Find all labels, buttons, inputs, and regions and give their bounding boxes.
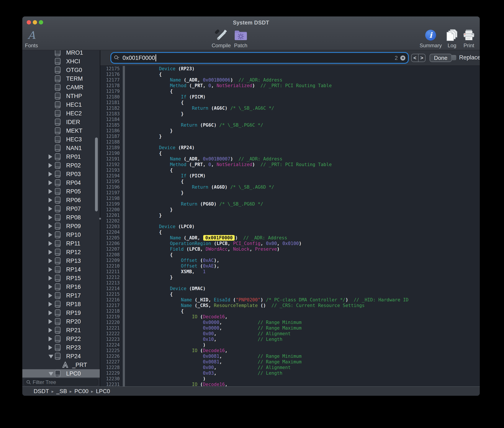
breadcrumb-item-lpc0[interactable]: LPC0 xyxy=(96,388,110,395)
tree-item-rp09[interactable]: RP09 xyxy=(22,222,100,230)
gutter-separator xyxy=(123,359,125,365)
disclosure-triangle-icon[interactable] xyxy=(49,206,52,211)
disclosure-triangle-icon[interactable] xyxy=(49,267,52,272)
tree-item-hec3[interactable]: HEC3 xyxy=(22,135,100,144)
device-icon xyxy=(55,119,60,125)
code-lines[interactable]: 12175 Device (RP23)12176 {12177 Name (_A… xyxy=(100,66,480,386)
code-line: 12207 Field (LPCB, DWordAcc, NoLock, Pre… xyxy=(100,246,480,252)
disclosure-triangle-icon[interactable] xyxy=(49,172,52,176)
disclosure-triangle-icon[interactable] xyxy=(49,180,52,185)
done-button[interactable]: Done xyxy=(430,54,452,62)
tree-item-rp15[interactable]: RP15 xyxy=(22,274,100,282)
breadcrumb-item-dsdt[interactable]: DSDT xyxy=(34,388,49,395)
patch-button[interactable]: Patch xyxy=(234,28,247,49)
gutter-separator xyxy=(123,128,125,133)
disclosure-triangle-icon[interactable] xyxy=(49,302,52,307)
tree-item-lpc0[interactable]: LPC0 xyxy=(22,369,100,378)
disclosure-triangle-icon[interactable] xyxy=(49,328,52,333)
disclosure-triangle-icon[interactable] xyxy=(49,215,52,220)
tree-item-xhci[interactable]: XHCI xyxy=(22,57,100,66)
device-icon xyxy=(55,344,60,351)
disclosure-triangle-icon[interactable] xyxy=(49,276,52,280)
disclosure-triangle-icon[interactable] xyxy=(49,311,52,315)
summary-button[interactable]: i Summary xyxy=(420,28,442,49)
tree-item-ider[interactable]: IDER xyxy=(22,118,100,126)
tree-item-rp24[interactable]: RP24 xyxy=(22,352,100,361)
tree-item-hec1[interactable]: HEC1 xyxy=(22,100,100,109)
tree-item-camr[interactable]: CAMR xyxy=(22,83,100,92)
tree-item-rp18[interactable]: RP18 xyxy=(22,300,100,309)
tree-item-rp13[interactable]: RP13 xyxy=(22,256,100,265)
tree-item-label: RP11 xyxy=(66,240,81,247)
disclosure-triangle-icon[interactable] xyxy=(49,154,52,159)
find-input[interactable]: 0x001F0000 2 xyxy=(111,53,408,63)
tree-item-otg0[interactable]: OTG0 xyxy=(22,66,100,74)
log-button[interactable]: Log xyxy=(446,28,458,49)
next-match-button[interactable]: > xyxy=(419,54,425,62)
tree-item-rp01[interactable]: RP01 xyxy=(22,152,100,161)
search-highlight: 0x001F0000 xyxy=(203,235,234,241)
tree-item-rp23[interactable]: RP23 xyxy=(22,343,100,352)
disclosure-triangle-icon[interactable] xyxy=(49,345,52,350)
tree-item-rp19[interactable]: RP19 xyxy=(22,309,100,317)
code-line: 12220 0x0000, // Range Minimum xyxy=(100,320,480,325)
tree-item-rp02[interactable]: RP02 xyxy=(22,161,100,170)
tree-item-rp16[interactable]: RP16 xyxy=(22,282,100,291)
gutter-separator xyxy=(123,83,125,89)
tree-item-rp22[interactable]: RP22 xyxy=(22,335,100,343)
search-menu-icon[interactable] xyxy=(114,55,120,61)
filter-tree-input[interactable]: Filter Tree xyxy=(24,379,98,386)
code-line: 12218 { xyxy=(100,308,480,314)
tree-item-rp07[interactable]: RP07 xyxy=(22,205,100,213)
disclosure-triangle-icon[interactable] xyxy=(49,258,52,263)
sidebar-scrollbar[interactable] xyxy=(95,138,98,211)
code-line: 12182 Return (AG6C) /* \_SB_.AG6C */ xyxy=(100,105,480,111)
disclosure-triangle-icon[interactable] xyxy=(49,337,52,341)
line-number: 12213 xyxy=(100,280,123,286)
disclosure-triangle-icon[interactable] xyxy=(49,163,52,168)
fonts-button[interactable]: A Fonts xyxy=(25,28,38,49)
tree-item-rp17[interactable]: RP17 xyxy=(22,291,100,300)
clear-search-icon[interactable] xyxy=(400,56,405,60)
disclosure-triangle-icon[interactable] xyxy=(49,241,52,246)
disclosure-triangle-icon[interactable] xyxy=(49,372,53,376)
compile-button[interactable]: Compile xyxy=(212,28,231,49)
breadcrumb-item-_sb[interactable]: _SB xyxy=(56,388,67,395)
previous-match-button[interactable]: < xyxy=(412,54,419,62)
tree-item-hec2[interactable]: HEC2 xyxy=(22,109,100,118)
tree-item-rp08[interactable]: RP08 xyxy=(22,213,100,222)
tree-item-rp12[interactable]: RP12 xyxy=(22,248,100,256)
device-icon xyxy=(55,353,60,360)
gutter-separator xyxy=(123,100,125,105)
disclosure-triangle-icon[interactable] xyxy=(49,284,52,289)
disclosure-triangle-icon[interactable] xyxy=(49,355,53,358)
tree-item-mekt[interactable]: MEKT xyxy=(22,126,100,135)
disclosure-triangle-icon[interactable] xyxy=(49,319,52,324)
tree-item-term[interactable]: TERM xyxy=(22,74,100,83)
tree-item-rp20[interactable]: RP20 xyxy=(22,317,100,326)
code-text: } xyxy=(125,213,480,218)
tree-item-rp06[interactable]: RP06 xyxy=(22,196,100,205)
tree-item-rp05[interactable]: RP05 xyxy=(22,187,100,196)
tree-item-nan1[interactable]: NAN1 xyxy=(22,144,100,152)
tree-item-rp11[interactable]: RP11 xyxy=(22,239,100,248)
tree-item-mro1[interactable]: MRO1 xyxy=(22,50,100,57)
disclosure-triangle-icon[interactable] xyxy=(49,293,52,298)
disclosure-triangle-icon[interactable] xyxy=(49,198,52,203)
disclosure-triangle-icon[interactable] xyxy=(49,224,52,229)
breadcrumb-item-pc00[interactable]: PC00 xyxy=(74,388,89,395)
disclosure-triangle-icon[interactable] xyxy=(49,250,52,255)
print-button[interactable]: Print xyxy=(463,28,475,49)
tree-item-rp21[interactable]: RP21 xyxy=(22,326,100,335)
disclosure-triangle-icon[interactable] xyxy=(49,189,52,194)
disclosure-triangle-icon[interactable] xyxy=(49,232,52,237)
tree-item-_prt[interactable]: _PRT xyxy=(22,361,100,369)
gutter-separator xyxy=(123,286,125,291)
tree-item-rp04[interactable]: RP04 xyxy=(22,178,100,187)
tree-item-rp14[interactable]: RP14 xyxy=(22,265,100,274)
tree-item-rp03[interactable]: RP03 xyxy=(22,170,100,178)
replace-checkbox[interactable] xyxy=(451,55,456,60)
tree-item-nthp[interactable]: NTHP xyxy=(22,92,100,100)
tree-item-rp10[interactable]: RP10 xyxy=(22,230,100,239)
line-number: 12212 xyxy=(100,274,123,280)
